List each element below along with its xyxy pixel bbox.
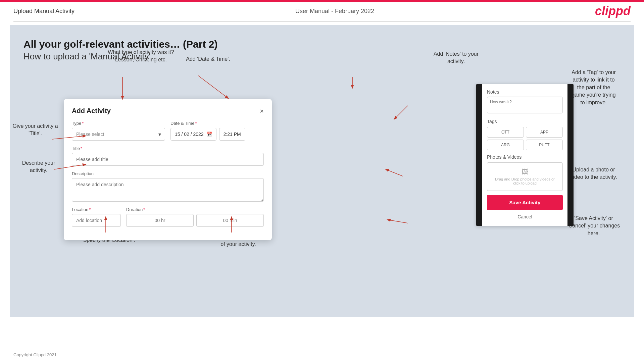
svg-line-9 (388, 220, 408, 223)
svg-line-8 (386, 169, 403, 176)
phone-inner: Notes Tags OTT APP ARG PUTT Photos & Vid… (482, 84, 567, 226)
location-label: Location* (72, 207, 121, 212)
upload-icon: 🖼 (490, 168, 560, 176)
tags-grid: OTT APP ARG PUTT (487, 127, 563, 150)
title-input[interactable] (72, 153, 264, 166)
datetime-inputs: 15 / 02 / 2022 📅 2:21 PM (170, 128, 264, 141)
tags-section-label: Tags (487, 119, 563, 124)
save-activity-button[interactable]: Save Activity (487, 195, 563, 210)
annotation-notes: Add 'Notes' to your activity. (419, 50, 493, 65)
annotation-datetime: Add 'Date & Time'. (175, 55, 242, 63)
duration-hr-input[interactable] (126, 214, 194, 227)
annotation-description: Describe your activity. (7, 159, 70, 174)
cancel-link[interactable]: Cancel (487, 213, 563, 221)
modal-header: Add Activity × (72, 107, 264, 115)
description-label: Description (72, 171, 264, 176)
main-content: All your golf-relevant activities… (Part… (10, 25, 634, 317)
add-activity-modal: Add Activity × Type* Please select Date … (64, 99, 272, 240)
notes-textarea[interactable] (487, 97, 563, 113)
svg-line-7 (394, 106, 408, 119)
title-group: Title* (72, 146, 264, 166)
type-datetime-row: Type* Please select Date & Time* 15 / 02… (72, 121, 264, 141)
annotation-type: What type of activity was it? Lesson, Ch… (107, 49, 175, 64)
copyright: Copyright Clippd 2021 (13, 352, 57, 357)
header: Upload Manual Activity User Manual - Feb… (0, 0, 644, 18)
photos-drop-text: Drag and Drop photos and videos or click… (490, 177, 560, 185)
duration-group: Duration* (126, 207, 264, 227)
logo: clippd (595, 4, 631, 18)
modal-title: Add Activity (72, 107, 111, 115)
annotation-title: Give your activity a 'Title'. (3, 122, 67, 138)
type-select[interactable]: Please select (72, 128, 165, 141)
description-textarea[interactable] (72, 178, 264, 202)
location-group: Location* (72, 207, 121, 227)
tag-ott[interactable]: OTT (487, 127, 524, 138)
title-label: Title* (72, 146, 264, 151)
notes-section-label: Notes (487, 89, 563, 95)
modal-close-button[interactable]: × (260, 108, 264, 114)
tag-putt[interactable]: PUTT (526, 140, 563, 150)
description-group: Description (72, 171, 264, 202)
header-divider (13, 21, 631, 22)
phone-panel: Notes Tags OTT APP ARG PUTT Photos & Vid… (476, 84, 574, 226)
duration-min-input[interactable] (196, 214, 264, 227)
duration-inputs (126, 214, 264, 227)
photos-drop-zone[interactable]: 🖼 Drag and Drop photos and videos or cli… (487, 162, 563, 191)
location-duration-row: Location* Duration* (72, 207, 264, 227)
duration-label: Duration* (126, 207, 264, 212)
type-group: Type* Please select (72, 121, 165, 141)
header-center: User Manual - February 2022 (295, 8, 374, 15)
date-input[interactable]: 15 / 02 / 2022 📅 (170, 128, 216, 141)
calendar-icon: 📅 (206, 132, 212, 137)
svg-line-1 (198, 75, 228, 98)
datetime-group: Date & Time* 15 / 02 / 2022 📅 2:21 PM (170, 121, 264, 141)
header-left: Upload Manual Activity (13, 8, 75, 15)
tag-app[interactable]: APP (526, 127, 563, 138)
type-label: Type* (72, 121, 165, 126)
photos-section-label: Photos & Videos (487, 154, 563, 160)
type-select-wrapper: Please select (72, 128, 165, 141)
heading-main: All your golf-relevant activities… (Part… (23, 39, 621, 50)
time-input[interactable]: 2:21 PM (219, 128, 245, 141)
datetime-label: Date & Time* (170, 121, 264, 126)
tag-arg[interactable]: ARG (487, 140, 524, 150)
location-input[interactable] (72, 214, 121, 227)
